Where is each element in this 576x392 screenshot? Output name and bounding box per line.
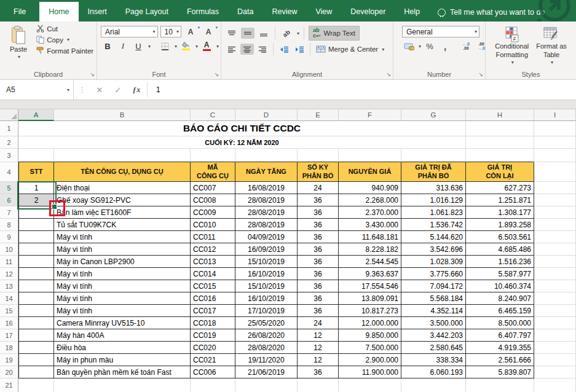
cell-H10[interactable]: 4.685.486 [466,243,534,256]
row-header-11[interactable]: 11 [0,256,18,268]
tab-help[interactable]: Help [395,2,429,22]
cell-E6[interactable]: 36 [298,194,339,206]
clipboard-dialog-launcher[interactable] [90,72,95,77]
percent-style-button[interactable]: % [423,41,436,52]
cell-H15[interactable]: 6.465.159 [466,305,534,317]
cell-H13[interactable]: 10.460.374 [466,280,534,292]
cell-G14[interactable]: 5.568.184 [401,292,466,305]
row-header-3[interactable]: 3 [0,149,18,162]
cell-E12[interactable]: 36 [298,268,339,280]
tab-page-layout[interactable]: Page Layout [116,2,178,22]
cell-H19[interactable]: 2.561.666 [466,354,534,366]
center-button[interactable] [240,44,254,55]
cell-F19[interactable]: 2.900.000 [339,354,401,366]
cell-G8[interactable]: 1.536.742 [401,219,466,231]
cell-G7[interactable]: 1.061.823 [401,206,466,219]
cell-B17[interactable]: Máy hàn 400A [54,329,191,342]
column-header-D[interactable]: D [235,109,298,121]
cell-C3[interactable] [191,149,235,162]
row-header-19[interactable]: 19 [0,354,18,366]
tab-developer[interactable]: Developer [341,2,395,22]
cell-I20[interactable] [534,366,576,378]
cell-C9[interactable]: CC011 [191,231,235,243]
cell-F13[interactable]: 17.554.546 [339,280,401,292]
cell-G16[interactable]: 3.500.000 [401,317,466,329]
header-cell-F4[interactable]: NGUYÊN GIÁ [339,162,401,182]
cell-E16[interactable]: 24 [298,317,339,329]
row-header-6[interactable]: 6 [0,194,18,206]
cell-B7[interactable]: Bàn làm việc ET1600F [54,206,191,219]
middle-align-button[interactable] [241,28,254,39]
cell-I14[interactable] [534,292,576,305]
cell-F18[interactable]: 7.500.000 [339,342,401,354]
column-header-A[interactable]: A [18,109,54,121]
cell-E18[interactable]: 12 [298,342,339,354]
decrease-font-size-button[interactable]: A [202,26,217,37]
cell-C20[interactable]: CC006 [191,366,235,378]
cell-B16[interactable]: Camera Minrray UV515-10 [54,317,191,329]
font-name-combobox[interactable]: Arial [101,26,158,37]
number-format-combobox[interactable]: General [402,26,479,37]
increase-decimal-button[interactable]: ←.0.00 [459,41,473,52]
top-align-button[interactable] [225,28,239,39]
cell-B12[interactable]: Máy vi tính [54,268,191,280]
cell-H2[interactable] [466,136,534,149]
align-left-button[interactable] [225,44,239,55]
cell-A18[interactable] [18,342,54,354]
cell-A21[interactable] [18,378,54,392]
enter-button[interactable]: ✓ [109,80,127,100]
cell-C21[interactable] [191,378,235,392]
cell-C19[interactable]: CC021 [191,354,235,366]
cell-I17[interactable] [534,329,576,342]
column-header-E[interactable]: E [298,109,339,121]
cell-I1[interactable] [534,121,576,136]
cell-G21[interactable] [401,378,466,392]
merge-center-button[interactable]: Merge & Center [314,45,386,53]
cell-I13[interactable] [534,280,576,292]
cell-I6[interactable] [534,194,576,206]
cell-C13[interactable]: CC015 [191,280,235,292]
cell-F7[interactable]: 2.370.000 [339,206,401,219]
cell-C10[interactable]: CC012 [191,243,235,256]
orientation-button[interactable]: ab [280,28,293,39]
cell-A19[interactable] [18,354,54,366]
cell-I18[interactable] [534,342,576,354]
cell-A12[interactable] [18,268,54,280]
tell-me[interactable]: Tell me what you want to do [438,8,545,22]
cell-G6[interactable]: 1.016.129 [401,194,466,206]
cell-A9[interactable] [18,231,54,243]
cell-F9[interactable]: 11.648.181 [339,231,401,243]
conditional-formatting-button[interactable]: ≠ Conditional Formatting [492,25,532,67]
wrap-text-button[interactable]: abc↩ Wrap Text [309,26,360,41]
cell-G9[interactable]: 5.144.620 [401,231,466,243]
align-right-button[interactable] [256,44,269,55]
cell-A10[interactable] [18,243,54,256]
cell-D21[interactable] [235,378,298,392]
row-header-2[interactable]: 2 [0,136,18,149]
cell-B10[interactable]: Máy vi tính [54,243,191,256]
cell-H17[interactable]: 6.407.797 [466,329,534,342]
alignment-dialog-launcher[interactable] [386,72,391,77]
paste-button[interactable]: Paste [6,24,31,61]
header-cell-A4[interactable]: STT [18,162,54,182]
row-header-14[interactable]: 14 [0,292,18,305]
cell-I8[interactable] [534,219,576,231]
cell-B8[interactable]: Tủ sắt TU09K7CK [54,219,191,231]
cell-I3[interactable] [534,149,576,162]
header-cell-D4[interactable]: NGÀY TĂNG [235,162,298,182]
cell-A11[interactable] [18,256,54,268]
column-header-I[interactable]: I [534,109,576,121]
cell-D20[interactable]: 21/06/2019 [235,366,298,378]
cell-G20[interactable]: 6.060.193 [401,366,466,378]
cell-G5[interactable]: 313.636 [401,182,466,194]
cell-G11[interactable]: 1.028.309 [401,256,466,268]
cell-D9[interactable]: 04/09/2019 [235,231,298,243]
header-cell-C4[interactable]: MÃ CÔNG CỤ [191,162,235,182]
cell-I11[interactable] [534,256,576,268]
format-painter-button[interactable]: Format Painter [34,46,95,55]
cell-D13[interactable]: 15/10/2019 [235,280,298,292]
cell-I10[interactable] [534,243,576,256]
cell-I16[interactable] [534,317,576,329]
cell-I15[interactable] [534,305,576,317]
increase-font-size-button[interactable]: A [184,26,199,37]
